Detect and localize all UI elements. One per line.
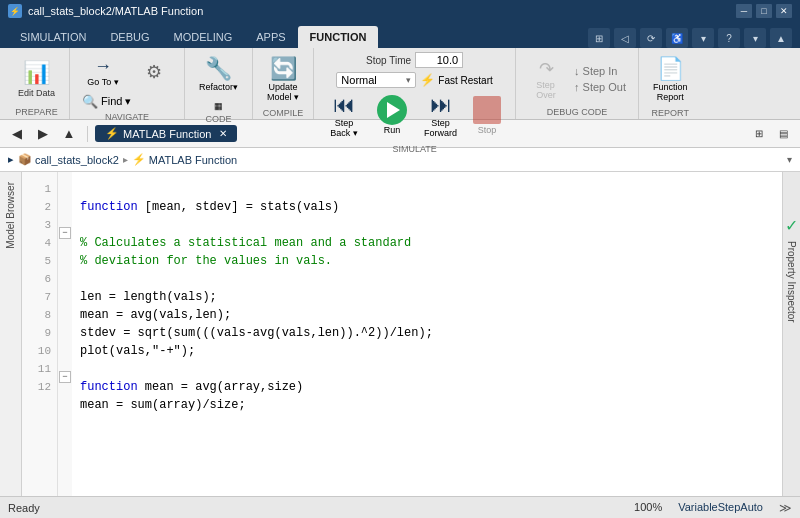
matlab-function-tab[interactable]: ⚡ MATLAB Function ✕ [95,125,237,142]
ribbon-icon-7[interactable]: ▾ [744,28,766,48]
tab-modeling[interactable]: MODELING [162,26,245,48]
step-in-button[interactable]: ↓ Step In [570,64,630,78]
step-out-label: Step Out [583,81,626,93]
app-icon: ⚡ [8,4,22,18]
ribbon-tabs: SIMULATION DEBUG MODELING APPS FUNCTION … [0,22,800,48]
expand-button[interactable]: ≫ [779,501,792,515]
tab-function[interactable]: FUNCTION [298,26,379,48]
step-out-icon: ↑ [574,81,580,93]
window-title: call_stats_block2/MATLAB Function [28,5,203,17]
property-inspector-label[interactable]: Property Inspector [784,235,799,329]
refactor-button[interactable]: 🔧 Refactor▾ [193,52,244,96]
stop-time-label: Stop Time [366,55,411,66]
ribbon-icon-6[interactable]: ? [718,28,740,48]
refactor-button-nav[interactable]: ⚙ [132,52,176,91]
update-model-label: UpdateModel ▾ [267,82,299,102]
stop-icon [473,96,501,124]
breadcrumb-dropdown-arrow[interactable]: ▾ [787,154,792,165]
code-extra-icon: ▦ [214,101,223,111]
toolbar-up-button[interactable]: ▲ [58,123,80,145]
ribbon-icon-2[interactable]: ◁ [614,28,636,48]
ribbon: 📊 Edit Data PREPARE → Go To ▾ ⚙ 🔍 Find ▾ [0,48,800,120]
line-num-8: 8 [28,306,51,324]
report-group-label: REPORT [652,108,689,118]
keyword-function-2: function [80,380,138,394]
line-numbers: 1 2 3 4 5 6 7 8 9 10 11 12 [22,172,58,496]
function-report-label: FunctionReport [653,82,688,102]
toolbar-back-button[interactable]: ◀ [6,123,28,145]
step-forward-label: StepForward [424,118,457,138]
goto-label: Go To ▾ [87,77,118,87]
function-report-button[interactable]: 📄 FunctionReport [647,52,694,106]
toolbar-forward-button[interactable]: ▶ [32,123,54,145]
line-num-10: 10 [28,342,51,360]
find-label: Find ▾ [101,95,131,108]
compile-group-label: COMPILE [263,108,304,118]
zoom-level: 100% [634,501,662,515]
minimize-button[interactable]: ─ [736,4,752,18]
restore-button[interactable]: □ [756,4,772,18]
ribbon-icon-5[interactable]: ▾ [692,28,714,48]
run-icon [377,95,407,125]
code-extra-btn[interactable]: ▦ [210,100,227,112]
simulate-group-label: SIMULATE [392,144,436,154]
close-button[interactable]: ✕ [776,4,792,18]
fold-indicators: − − [58,172,72,496]
navigate-group-label: NAVIGATE [105,112,149,122]
step-over-button[interactable]: ↷ StepOver [524,54,568,104]
tab-simulation[interactable]: SIMULATION [8,26,98,48]
debug-code-group-label: DEBUG CODE [547,107,608,117]
tab-debug[interactable]: DEBUG [98,26,161,48]
ribbon-group-navigate: → Go To ▾ ⚙ 🔍 Find ▾ NAVIGATE [70,48,185,119]
code-content[interactable]: function [mean, stdev] = stats(vals) % C… [72,172,782,496]
main-area: Model Browser 1 2 3 4 5 6 7 8 9 10 11 12 [0,172,800,496]
edit-data-label: Edit Data [18,88,55,99]
ribbon-icon-1[interactable]: ⊞ [588,28,610,48]
solver-mode[interactable]: VariableStepAuto [678,501,763,515]
stop-button[interactable]: Stop [467,92,507,139]
goto-button[interactable]: → Go To ▾ [78,52,128,91]
breadcrumb-separator: ▸ [123,154,128,165]
line-num-5: 5 [28,252,51,270]
stop-time-input[interactable] [415,52,463,68]
stop-label: Stop [478,125,497,135]
toolbar-extra-1[interactable]: ⊞ [748,123,770,145]
model-browser-label[interactable]: Model Browser [2,176,19,255]
toolbar-separator-1 [87,126,88,142]
breadcrumb-current[interactable]: ⚡ MATLAB Function [132,153,237,166]
toolbar-extra-2[interactable]: ▤ [772,123,794,145]
refactor-icon: ⚙ [146,61,162,83]
step-out-button[interactable]: ↑ Step Out [570,80,630,94]
step-over-icon: ↷ [539,58,554,80]
solver-dropdown[interactable]: Normal ▾ [336,72,416,88]
breadcrumb-root[interactable]: 📦 call_stats_block2 [18,153,119,166]
fast-restart-button[interactable]: ⚡ Fast Restart [420,73,492,87]
fold-btn-3[interactable]: − [59,227,71,239]
tab-close-icon[interactable]: ✕ [219,128,227,139]
fold-btn-11[interactable]: − [59,371,71,383]
line-num-9: 9 [28,324,51,342]
ribbon-group-code: 🔧 Refactor▾ ▦ CODE [185,48,253,119]
update-model-icon: 🔄 [270,56,297,82]
step-back-button[interactable]: ⏮ StepBack ▾ [322,88,366,142]
ribbon-group-prepare: 📊 Edit Data PREPARE [4,48,70,119]
edit-data-button[interactable]: 📊 Edit Data [12,55,61,103]
title-bar: ⚡ call_stats_block2/MATLAB Function ─ □ … [0,0,800,22]
keyword-function-1: function [80,200,138,214]
ribbon-icon-8[interactable]: ▲ [770,28,792,48]
run-button[interactable]: Run [370,91,414,139]
line-num-4: 4 [28,234,51,252]
ribbon-icon-4[interactable]: ♿ [666,28,688,48]
breadcrumb-current-label: MATLAB Function [149,154,237,166]
ribbon-icon-3[interactable]: ⟳ [640,28,662,48]
tab-apps[interactable]: APPS [244,26,297,48]
line-num-3: 3 [28,216,51,234]
refactor-main-label: Refactor▾ [199,82,238,92]
status-bar: Ready 100% VariableStepAuto ≫ [0,496,800,518]
breadcrumb-expand[interactable]: ▸ [8,153,14,166]
find-button[interactable]: 🔍 Find ▾ [78,93,135,110]
breadcrumb-root-icon: 📦 [18,153,32,166]
solver-dropdown-arrow: ▾ [406,75,411,85]
step-forward-button[interactable]: ⏭ StepForward [418,88,463,142]
update-model-button[interactable]: 🔄 UpdateModel ▾ [261,52,305,106]
